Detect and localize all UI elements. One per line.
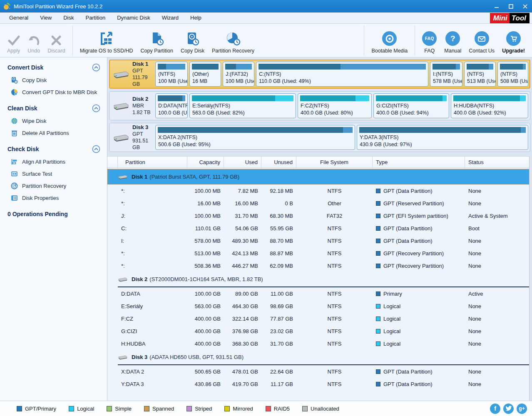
- partition-block[interactable]: F:CZ(NTFS) 400.0 GB (Used: 80%): [298, 93, 372, 118]
- disk-2-info[interactable]: Disk 2 MBR 1.82 TB: [111, 93, 154, 118]
- sidebar-item-partition-recovery[interactable]: Partition Recovery: [7, 180, 107, 192]
- google-plus-icon[interactable]: g+: [517, 404, 527, 414]
- table-row[interactable]: Y:DATA 3430.86 GB419.70 GB11.17 GBNTFSGP…: [107, 378, 532, 390]
- table-row[interactable]: *:100.00 MB7.82 MB92.18 MBNTFSGPT (Data …: [107, 184, 532, 197]
- cell-partition: Y:DATA 3: [118, 378, 187, 390]
- menu-disk[interactable]: Disk: [57, 12, 80, 23]
- sidebar-item-disk-properties[interactable]: Disk Properties: [7, 192, 107, 204]
- bootable-media-button[interactable]: Bootable Media: [368, 31, 411, 54]
- table-row[interactable]: D:DATA100.00 GB89.00 GB11.00 GBNTFSPrima…: [107, 287, 532, 300]
- cell-status: None: [465, 247, 532, 259]
- sidebar-item-copy-disk[interactable]: Copy Disk: [7, 74, 107, 86]
- partition-block[interactable]: G:CIZI(NTFS) 400.0 GB (Used: 94%): [373, 93, 449, 118]
- migrate-os-button[interactable]: Migrate OS to SSD/HD: [76, 32, 137, 54]
- cell-status: None: [465, 378, 532, 390]
- partition-block[interactable]: (NTFS) 100 MB (Use: [155, 62, 188, 87]
- table-row[interactable]: X:DATA 2500.65 GB478.01 GB22.64 GBNTFSGP…: [107, 365, 532, 378]
- menu-view[interactable]: View: [34, 12, 57, 23]
- table-row[interactable]: H:HUDBA400.00 GB368.30 GB31.70 GBNTFSLog…: [107, 337, 532, 350]
- column-header-type[interactable]: Type: [373, 157, 465, 168]
- facebook-icon[interactable]: f: [490, 404, 500, 414]
- column-header-status[interactable]: Status: [465, 157, 532, 168]
- partition-block[interactable]: (NTFS) 513 MB (Use: [464, 62, 496, 87]
- column-header-unused[interactable]: Unused: [261, 157, 296, 168]
- sidebar-item-surface-test[interactable]: Surface Test: [7, 168, 107, 180]
- column-header-partition[interactable]: Partition: [118, 157, 187, 168]
- partition-label: Y:DATA 3(NTFS): [360, 134, 528, 141]
- contact-us-button[interactable]: Contact Us: [465, 31, 498, 54]
- cell-status: None: [465, 259, 532, 272]
- menu-partition[interactable]: Partition: [80, 12, 111, 23]
- table-row[interactable]: J:100.00 MB31.70 MB68.30 MBFAT32GPT (EFI…: [107, 209, 532, 222]
- legend-simple: Simple: [107, 406, 132, 412]
- column-header-used[interactable]: Used: [224, 157, 261, 168]
- table-header: Partition Capacity Used Unused File Syst…: [107, 156, 532, 168]
- cell-type: Logical: [373, 300, 465, 312]
- sidebar-item-wipe-disk[interactable]: Wipe Disk: [7, 115, 107, 127]
- copy-disk-icon: [185, 32, 199, 46]
- column-header-capacity[interactable]: Capacity: [187, 157, 224, 168]
- partition-recovery-button[interactable]: Partition Recovery: [208, 32, 258, 54]
- disk-3-info[interactable]: Disk 3 GPT 931.51 GB: [111, 125, 154, 150]
- partition-block[interactable]: Y:DATA 3(NTFS) 430.9 GB (Used: 97%): [357, 125, 528, 150]
- table-row[interactable]: I:578.00 MB489.30 MB88.70 MBNTFSGPT (Dat…: [107, 234, 532, 247]
- hdd-icon: [113, 133, 129, 142]
- collapse-chevron-icon[interactable]: [92, 104, 100, 112]
- partition-block[interactable]: X:DATA 2(NTFS) 500.6 GB (Used: 95%): [155, 125, 355, 150]
- copy-disk-button[interactable]: Copy Disk: [177, 32, 208, 54]
- diskmap-disk-2[interactable]: Disk 2 MBR 1.82 TB D:DATA(NTF 100.0 GB (…: [109, 91, 530, 120]
- twitter-icon[interactable]: [503, 404, 514, 414]
- table-row[interactable]: C:110.01 GB54.06 GB55.95 GBNTFSGPT (Data…: [107, 222, 532, 234]
- sidebar-item-align-all-partitions[interactable]: Align All Partitions: [7, 156, 107, 168]
- menu-wizard[interactable]: Wizard: [156, 12, 184, 23]
- table-row[interactable]: *:513.00 MB424.13 MB88.87 MBNTFSGPT (Rec…: [107, 247, 532, 259]
- close-button[interactable]: [518, 0, 532, 12]
- cell-status: None: [465, 365, 532, 378]
- usage-bar-used: [467, 64, 489, 70]
- column-header-file-system[interactable]: File System: [296, 157, 373, 168]
- cell-used: 489.30 MB: [224, 234, 261, 247]
- table-row[interactable]: G:CIZI400.00 GB376.98 GB23.02 GBNTFSLogi…: [107, 325, 532, 337]
- table-row[interactable]: *:508.36 MB446.27 MB62.09 MBNTFSGPT (Rec…: [107, 259, 532, 272]
- maximize-button[interactable]: [504, 0, 518, 12]
- undo-button[interactable]: Undo: [24, 35, 44, 54]
- partition-block[interactable]: D:DATA(NTF 100.0 GB (U: [155, 93, 188, 118]
- scrollbar[interactable]: [529, 156, 532, 401]
- cell-type: GPT (Data Partition): [373, 365, 465, 378]
- apply-button[interactable]: Apply: [3, 35, 24, 54]
- diskmap-disk-1[interactable]: Disk 1 GPT 111.79 GB (NTFS) 100 MB (Use: [109, 60, 530, 89]
- partition-block[interactable]: J:(FAT32) 100 MB (Use: [223, 62, 254, 87]
- disk-1-info[interactable]: Disk 1 GPT 111.79 GB: [111, 62, 154, 87]
- table-row[interactable]: F:CZ400.00 GB322.14 GB77.87 GBNTFSLogica…: [107, 312, 532, 325]
- manual-button[interactable]: ? Manual: [440, 31, 465, 54]
- faq-button[interactable]: FAQ FAQ: [418, 31, 440, 54]
- partition-block[interactable]: I:(NTFS) 578 MB (Use: [430, 62, 462, 87]
- cell-partition: H:HUDBA: [118, 337, 187, 350]
- menu-general[interactable]: General: [3, 12, 34, 23]
- table-group-disk-2[interactable]: Disk 2 (ST2000DM001-1CH164 SATA, MBR, 1.…: [118, 272, 530, 287]
- partition-block[interactable]: C:(NTFS) 110.0 GB (Used: 49%): [256, 62, 428, 87]
- collapse-chevron-icon[interactable]: [92, 145, 100, 153]
- sidebar-item-delete-all-partitions[interactable]: Delete All Partitions: [7, 127, 107, 139]
- menu-dynamic-disk[interactable]: Dynamic Disk: [111, 12, 156, 23]
- partition-block[interactable]: E:Seriály(NTFS) 563.0 GB (Used: 82%): [189, 93, 296, 118]
- upgrade-button[interactable]: Upgrade!: [498, 31, 529, 54]
- diskmap-disk-3[interactable]: Disk 3 GPT 931.51 GB X:DATA 2(NTFS) 500.…: [109, 123, 530, 152]
- table-row[interactable]: *:16.00 MB16.00 MB0 BOtherGPT (Reserved …: [107, 197, 532, 209]
- menu-help[interactable]: Help: [184, 12, 207, 23]
- discard-button[interactable]: Discard: [44, 35, 69, 54]
- partition-label: D:DATA(NTF: [158, 102, 187, 110]
- cell-file-system: NTFS: [296, 287, 373, 300]
- minimize-button[interactable]: [490, 0, 504, 12]
- partition-block[interactable]: H:HUDBA(NTFS) 400.0 GB (Used: 92%): [451, 93, 528, 118]
- partition-size: 400.0 GB (Used: 94%): [376, 110, 449, 117]
- partition-block[interactable]: (NTFS) 508 MB (Use: [497, 62, 528, 87]
- partition-block[interactable]: (Other) 16 MB: [189, 62, 221, 87]
- collapse-chevron-icon[interactable]: [92, 63, 100, 72]
- table-group-disk-3[interactable]: Disk 3 (ADATA HD650 USB, GPT, 931.51 GB): [118, 350, 530, 365]
- table-group-disk-1[interactable]: Disk 1 (Patriot Burst SATA, GPT, 111.79 …: [107, 169, 532, 184]
- copy-partition-button[interactable]: Copy Partition: [137, 32, 177, 54]
- sidebar-item-convert-gpt-to-mbr[interactable]: Convert GPT Disk to MBR Disk: [7, 86, 107, 98]
- table-row[interactable]: E:Seriály563.00 GB464.30 GB98.69 GBNTFSL…: [107, 300, 532, 312]
- legend-bar: GPT/Primary Logical Simple Spanned Strip…: [0, 401, 532, 416]
